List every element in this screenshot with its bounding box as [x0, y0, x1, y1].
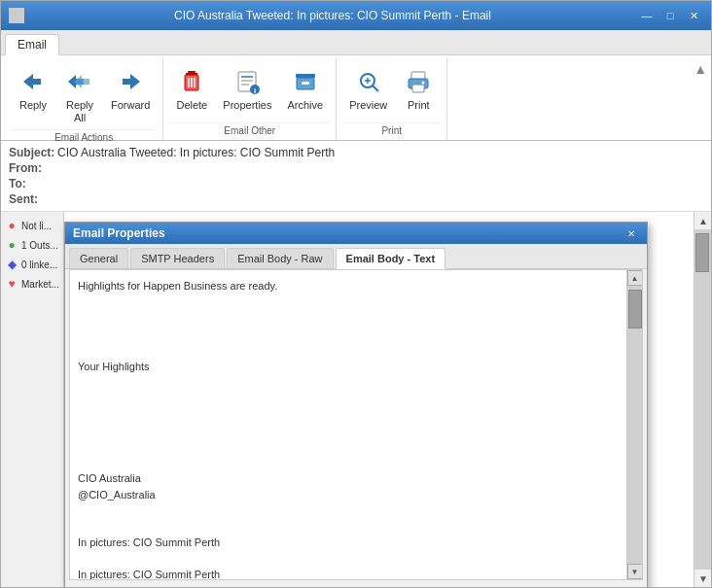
preview-label: Preview	[349, 99, 387, 112]
print-label: Print	[408, 99, 430, 112]
dialog-content: Highlights for Happen Business are ready…	[69, 269, 643, 580]
forward-button[interactable]: Forward	[104, 61, 157, 117]
title-bar-controls: — □ ✕	[637, 7, 703, 24]
tab-email[interactable]: Email	[5, 34, 59, 55]
dialog-scrollbar: ▲ ▼	[626, 270, 642, 579]
properties-button[interactable]: i Properties	[216, 61, 278, 117]
email-other-label: Email Other	[169, 122, 330, 140]
email-other-buttons: Delete i Properties	[169, 57, 330, 122]
dialog-close-x-button[interactable]: ✕	[623, 226, 639, 240]
dialog-title: Email Properties	[73, 226, 165, 240]
preview-button[interactable]: Preview	[342, 61, 394, 117]
email-actions-buttons: Reply ReplyAll	[11, 57, 157, 129]
from-label: From:	[9, 161, 57, 175]
svg-text:i: i	[254, 86, 256, 95]
dialog-title-controls: ✕	[623, 226, 639, 240]
svg-rect-5	[188, 71, 196, 73]
print-buttons: Preview Print	[342, 57, 441, 122]
tab-smtp-headers[interactable]: SMTP Headers	[130, 248, 225, 268]
delete-button[interactable]: Delete	[169, 61, 214, 117]
dialog-footer: Copy To Clipboard Close	[65, 584, 647, 587]
tab-email-body-text[interactable]: Email Body - Text	[336, 248, 445, 269]
ribbon-collapse-area: ▲	[690, 57, 707, 140]
ribbon-collapse-button[interactable]: ▲	[694, 61, 707, 77]
scrollbar-up-button[interactable]: ▲	[627, 270, 643, 286]
svg-rect-25	[412, 85, 424, 92]
subject-label: Subject:	[9, 146, 57, 159]
app-icon	[9, 8, 24, 23]
svg-marker-3	[123, 74, 140, 89]
forward-icon	[115, 66, 146, 97]
main-window: CIO Australia Tweeted: In pictures: CIO …	[0, 0, 712, 588]
svg-rect-18	[302, 82, 309, 85]
main-area: ● Not li... ● 1 Outs... ◆ 0 linke... ♥ M…	[1, 212, 711, 587]
archive-icon	[290, 66, 321, 97]
svg-marker-0	[23, 74, 41, 89]
dialog-title-bar: Email Properties ✕	[65, 223, 647, 244]
svg-line-20	[373, 86, 378, 91]
scrollbar-down-button[interactable]: ▼	[627, 564, 643, 579]
sent-row: Sent:	[9, 191, 703, 207]
reply-label: Reply	[19, 99, 47, 112]
reply-all-label: ReplyAll	[66, 99, 93, 124]
print-label: Print	[342, 122, 441, 140]
forward-label: Forward	[111, 99, 150, 112]
tab-email-body-raw[interactable]: Email Body - Raw	[227, 248, 333, 268]
email-properties-dialog: Email Properties ✕ General SMTP Headers …	[64, 222, 648, 587]
ribbon-group-email-other: Delete i Properties	[163, 57, 337, 140]
scrollbar-track	[627, 286, 642, 564]
reply-all-icon	[64, 66, 95, 97]
properties-label: Properties	[223, 99, 271, 112]
ribbon-tab-bar: Email	[1, 30, 711, 55]
preview-icon	[353, 66, 384, 97]
sent-label: Sent:	[9, 192, 57, 206]
scrollbar-thumb[interactable]	[628, 290, 642, 329]
archive-label: Archive	[287, 99, 323, 112]
from-row: From:	[9, 160, 703, 176]
maximize-button[interactable]: □	[660, 7, 680, 24]
delete-label: Delete	[176, 99, 207, 112]
subject-value: CIO Australia Tweeted: In pictures: CIO …	[57, 146, 703, 159]
properties-icon: i	[231, 66, 263, 97]
svg-rect-16	[296, 74, 315, 78]
reply-all-button[interactable]: ReplyAll	[57, 61, 102, 129]
ribbon-group-print: Preview Print Print	[337, 57, 447, 140]
title-bar: CIO Australia Tweeted: In pictures: CIO …	[1, 1, 711, 30]
archive-button[interactable]: Archive	[280, 61, 330, 117]
svg-point-26	[422, 82, 425, 85]
to-value	[57, 177, 703, 190]
from-value	[57, 161, 703, 175]
reply-button[interactable]: Reply	[11, 61, 55, 117]
to-row: To:	[9, 176, 703, 191]
close-button[interactable]: ✕	[684, 7, 703, 24]
dialog-overlay: Email Properties ✕ General SMTP Headers …	[1, 212, 711, 587]
delete-icon	[176, 66, 207, 97]
subject-row: Subject: CIO Australia Tweeted: In pictu…	[9, 145, 703, 160]
email-header: Subject: CIO Australia Tweeted: In pictu…	[1, 141, 711, 212]
svg-marker-2	[74, 75, 89, 88]
ribbon: Reply ReplyAll	[1, 55, 711, 141]
minimize-button[interactable]: —	[637, 7, 657, 24]
tab-general[interactable]: General	[69, 248, 128, 268]
print-icon	[403, 66, 434, 97]
sent-value	[57, 192, 703, 206]
window-title: CIO Australia Tweeted: In pictures: CIO …	[28, 9, 637, 22]
to-label: To:	[9, 177, 57, 190]
email-body-text-area[interactable]: Highlights for Happen Business are ready…	[70, 270, 626, 579]
dialog-tabs: General SMTP Headers Email Body - Raw Em…	[65, 244, 647, 269]
ribbon-group-email-actions: Reply ReplyAll	[5, 57, 163, 140]
print-button[interactable]: Print	[396, 61, 441, 117]
reply-icon	[18, 66, 49, 97]
